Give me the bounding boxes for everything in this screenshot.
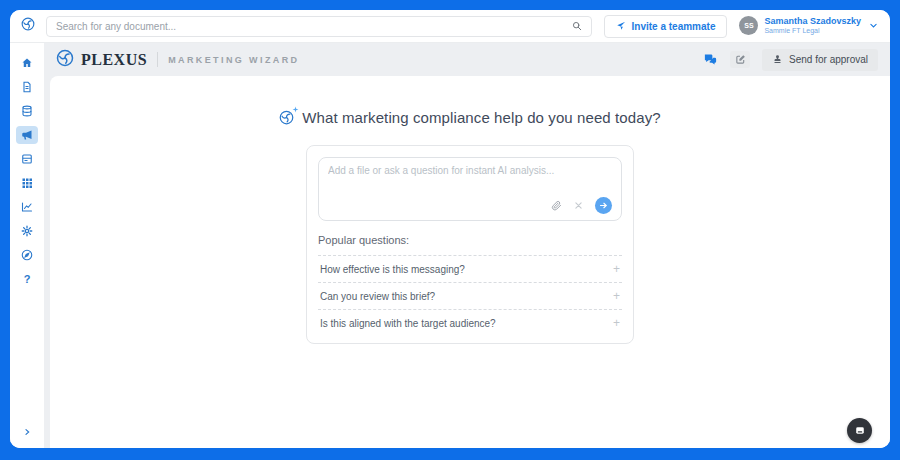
popular-questions-label: Popular questions: bbox=[318, 234, 622, 246]
question-row[interactable]: Can you review this brief? + bbox=[318, 282, 622, 309]
sidebar-expand-button[interactable] bbox=[23, 428, 31, 436]
title-row: What marketing compliance help do you ne… bbox=[279, 109, 660, 126]
user-name: Samantha Szadovszky bbox=[764, 16, 861, 27]
database-icon bbox=[21, 105, 33, 117]
chat-launcher-button[interactable] bbox=[847, 418, 872, 443]
user-role: Sammie FT Legal bbox=[764, 27, 861, 35]
plexus-ai-icon bbox=[279, 110, 294, 125]
send-for-approval-button[interactable]: Send for approval bbox=[762, 49, 878, 71]
ai-card: Popular questions: How effective is this… bbox=[306, 145, 634, 344]
clear-button[interactable] bbox=[574, 201, 583, 210]
send-for-approval-label: Send for approval bbox=[789, 54, 868, 65]
brand: PLEXUS bbox=[56, 49, 147, 71]
sidebar-item-marketing-wizard[interactable] bbox=[16, 126, 38, 144]
question-text: How effective is this messaging? bbox=[320, 264, 465, 275]
reader-card-icon bbox=[21, 153, 33, 165]
brand-name: PLEXUS bbox=[81, 51, 147, 69]
composer[interactable] bbox=[318, 157, 622, 221]
user-menu[interactable]: SS Samantha Szadovszky Sammie FT Legal bbox=[739, 16, 878, 36]
plus-icon[interactable]: + bbox=[613, 317, 620, 329]
question-row[interactable]: Is this aligned with the target audience… bbox=[318, 309, 622, 336]
topbar: Invite a teammate SS Samantha Szadovszky… bbox=[10, 10, 890, 43]
megaphone-icon bbox=[21, 129, 33, 141]
header-divider bbox=[157, 52, 158, 67]
paper-plane-icon bbox=[616, 21, 626, 31]
compass-icon bbox=[21, 249, 33, 261]
composer-input[interactable] bbox=[328, 165, 612, 196]
search-input[interactable] bbox=[56, 21, 566, 32]
sidebar-item-analytics[interactable] bbox=[16, 198, 38, 216]
content-panel: What marketing compliance help do you ne… bbox=[50, 76, 890, 448]
sidebar: ? bbox=[10, 43, 44, 448]
sidebar-item-help[interactable]: ? bbox=[16, 270, 38, 288]
app-logo[interactable] bbox=[10, 17, 46, 35]
search-bar[interactable] bbox=[46, 16, 592, 37]
chat-bubble-icon bbox=[853, 424, 867, 438]
sidebar-item-apps[interactable] bbox=[16, 174, 38, 192]
attach-file-button[interactable] bbox=[551, 200, 562, 211]
plexus-logo-icon bbox=[56, 49, 74, 71]
sidebar-item-collections[interactable] bbox=[16, 102, 38, 120]
chevron-right-icon bbox=[23, 428, 31, 436]
avatar: SS bbox=[739, 16, 758, 35]
invite-teammate-label: Invite a teammate bbox=[632, 21, 716, 32]
sidebar-item-library[interactable] bbox=[16, 150, 38, 168]
gear-icon bbox=[21, 225, 33, 237]
home-icon bbox=[21, 57, 33, 69]
chart-icon bbox=[21, 201, 33, 213]
sidebar-item-home[interactable] bbox=[16, 54, 38, 72]
question-text: Can you review this brief? bbox=[320, 291, 435, 302]
app-body: ? bbox=[10, 43, 890, 448]
search-icon[interactable] bbox=[572, 21, 582, 31]
question-text: Is this aligned with the target audience… bbox=[320, 318, 496, 329]
sidebar-item-settings[interactable] bbox=[16, 222, 38, 240]
compose-button[interactable] bbox=[730, 51, 750, 68]
product-title: MARKETING WIZARD bbox=[168, 55, 299, 65]
page-title: What marketing compliance help do you ne… bbox=[302, 109, 660, 126]
wizard-header: PLEXUS MARKETING WIZARD bbox=[44, 43, 890, 76]
plexus-logo-icon bbox=[21, 17, 35, 35]
document-icon bbox=[21, 81, 33, 93]
sparkle-icon bbox=[292, 106, 299, 113]
grid-icon bbox=[21, 177, 33, 189]
send-button[interactable] bbox=[595, 197, 612, 214]
sidebar-item-documents[interactable] bbox=[16, 78, 38, 96]
plus-icon[interactable]: + bbox=[613, 290, 620, 302]
sidebar-item-discover[interactable] bbox=[16, 246, 38, 264]
question-row[interactable]: How effective is this messaging? + bbox=[318, 255, 622, 282]
comments-button[interactable] bbox=[703, 52, 718, 67]
stamp-icon bbox=[772, 54, 783, 65]
chevron-down-icon bbox=[869, 21, 878, 30]
plus-icon[interactable]: + bbox=[613, 263, 620, 275]
help-icon: ? bbox=[24, 273, 31, 285]
composer-actions bbox=[551, 197, 612, 214]
screen: { "topbar": { "search_placeholder": "Sea… bbox=[0, 0, 900, 460]
main-area: PLEXUS MARKETING WIZARD bbox=[44, 43, 890, 448]
invite-teammate-button[interactable]: Invite a teammate bbox=[604, 15, 728, 38]
popular-questions-list: How effective is this messaging? + Can y… bbox=[318, 255, 622, 336]
app-window: Invite a teammate SS Samantha Szadovszky… bbox=[10, 10, 890, 448]
